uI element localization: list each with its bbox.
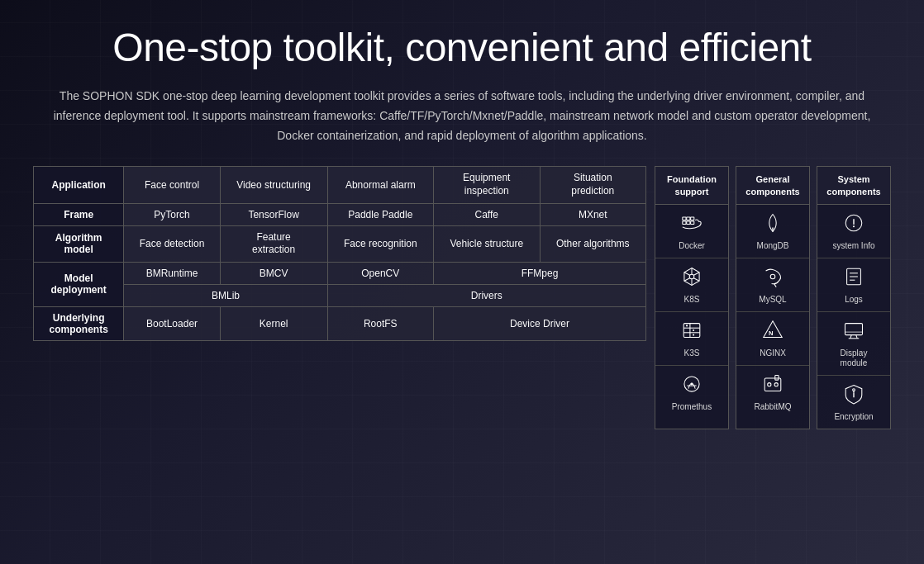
svg-line-12	[684, 273, 690, 276]
rabbitmq-label: RabbitMQ	[754, 402, 791, 412]
table-row: Algorithmmodel Face detection Featureext…	[34, 225, 646, 262]
panel-item-k8s: K8S	[655, 258, 728, 312]
svg-line-11	[684, 278, 690, 282]
prometheus-icon	[680, 372, 703, 399]
cell-tensorflow: TensorFlow	[220, 203, 327, 225]
panel-item-docker: Docker	[655, 205, 728, 258]
panel-item-encryption: Encryption	[817, 376, 890, 429]
cell-mxnet: MXnet	[540, 203, 645, 225]
panel-item-mongodb: MongDB	[736, 205, 809, 258]
cell-face-recognition: Face recognition	[327, 225, 433, 262]
row-label-application: Application	[34, 167, 124, 203]
svg-point-31	[774, 383, 778, 386]
row-label-deployment: Modeldeployment	[34, 262, 124, 306]
cell-ffmpeg: FFMpeg	[434, 262, 646, 284]
svg-rect-0	[683, 217, 686, 220]
panel-item-nginx: N NGINX	[736, 312, 809, 366]
page-description: The SOPHON SDK one-stop deep learning de…	[49, 87, 875, 145]
panel-system-header: Systemcomponents	[817, 167, 890, 205]
svg-line-13	[693, 278, 699, 282]
cell-opencv: OpenCV	[327, 262, 433, 284]
svg-rect-4	[691, 221, 694, 225]
row-label-frame: Frame	[34, 203, 124, 225]
mysql-icon	[761, 265, 784, 291]
cell-abnormal-alarm: Abnormal alarm	[327, 167, 433, 203]
panel-item-k3s: K3S	[655, 312, 728, 366]
mongodb-icon	[761, 211, 784, 238]
row-label-underlying: Underlyingcomponents	[34, 306, 124, 340]
svg-rect-29	[775, 375, 779, 380]
table-row: Underlyingcomponents BootLoader Kernel R…	[34, 306, 646, 340]
k3s-icon	[680, 319, 703, 345]
page-title: One-stop toolkit, convenient and efficie…	[33, 25, 891, 70]
table-row: Application Face control Video structuri…	[34, 167, 646, 203]
svg-rect-2	[691, 217, 694, 220]
svg-point-30	[768, 383, 771, 386]
sysinfo-label: system Info	[832, 241, 874, 251]
cell-bmruntime: BMRuntime	[124, 262, 220, 284]
panel-foundation-header: Foundationsupport	[655, 167, 728, 205]
panel-item-rabbitmq: RabbitMQ	[736, 366, 809, 419]
svg-rect-39	[845, 324, 863, 335]
svg-line-41	[856, 335, 857, 339]
cell-rootfs: RootFS	[327, 306, 433, 340]
cell-drivers: Drivers	[327, 284, 645, 306]
cell-face-detection: Face detection	[124, 225, 220, 262]
mysql-label: MySQL	[759, 295, 786, 305]
k3s-label: K3S	[684, 348, 700, 358]
cell-bmcv: BMCV	[220, 262, 327, 284]
panel-item-prometheus: Promethus	[655, 366, 728, 419]
cell-face-control: Face control	[124, 167, 220, 203]
row-label-algorithm: Algorithmmodel	[34, 225, 124, 262]
k8s-icon	[680, 265, 703, 291]
logs-icon	[842, 265, 865, 291]
sysinfo-icon	[842, 211, 865, 238]
panel-item-mysql: MySQL	[736, 258, 809, 312]
svg-rect-3	[687, 221, 690, 225]
cell-other-algorithms: Other algorithms	[540, 225, 645, 262]
svg-rect-1	[687, 217, 690, 220]
nginx-icon: N	[761, 319, 784, 345]
right-panels: Foundationsupport	[655, 166, 891, 429]
docker-icon	[680, 211, 703, 238]
diagram-container: Application Face control Video structuri…	[33, 166, 891, 429]
table-row: BMLib Drivers	[34, 284, 646, 306]
svg-point-46	[853, 389, 855, 391]
cell-situation-prediction: Situationprediction	[540, 167, 645, 203]
cell-bootloader: BootLoader	[124, 306, 220, 340]
logs-label: Logs	[845, 295, 863, 305]
cell-pytorch: PyTorch	[124, 203, 220, 225]
prometheus-label: Promethus	[672, 402, 712, 412]
cell-feature-extraction: Featureextraction	[220, 225, 327, 262]
k8s-label: K8S	[684, 295, 700, 305]
mongodb-label: MongDB	[757, 241, 789, 251]
encryption-icon	[842, 382, 865, 409]
docker-label: Docker	[679, 241, 705, 251]
cell-paddle: Paddle Paddle	[327, 203, 433, 225]
cell-equipment-inspection: Equipmentinspection	[434, 167, 540, 203]
panel-general: Generalcomponents MongDB	[736, 166, 810, 429]
svg-point-19	[693, 329, 694, 331]
encryption-label: Encryption	[834, 412, 873, 422]
panel-item-logs: Logs	[817, 258, 890, 312]
svg-point-34	[853, 225, 855, 227]
nginx-label: NGINX	[760, 348, 786, 358]
svg-rect-5	[683, 221, 686, 225]
cell-device-driver: Device Driver	[434, 306, 646, 340]
svg-text:N: N	[769, 329, 774, 337]
panel-item-sysinfo: system Info	[817, 205, 890, 258]
panel-general-header: Generalcomponents	[736, 167, 809, 205]
cell-caffe: Caffe	[434, 203, 540, 225]
svg-line-10	[693, 273, 699, 276]
panel-foundation: Foundationsupport	[655, 166, 729, 429]
svg-point-20	[693, 334, 694, 336]
panel-system: Systemcomponents system Info	[817, 166, 891, 429]
svg-point-25	[770, 274, 775, 279]
svg-line-40	[850, 335, 851, 339]
svg-point-23	[691, 383, 693, 386]
cell-kernel: Kernel	[220, 306, 327, 340]
panel-item-display: Displaymodule	[817, 312, 890, 376]
cell-vehicle-structure: Vehicle structure	[434, 225, 540, 262]
table-row: Modeldeployment BMRuntime BMCV OpenCV FF…	[34, 262, 646, 284]
rabbitmq-icon	[761, 372, 784, 399]
